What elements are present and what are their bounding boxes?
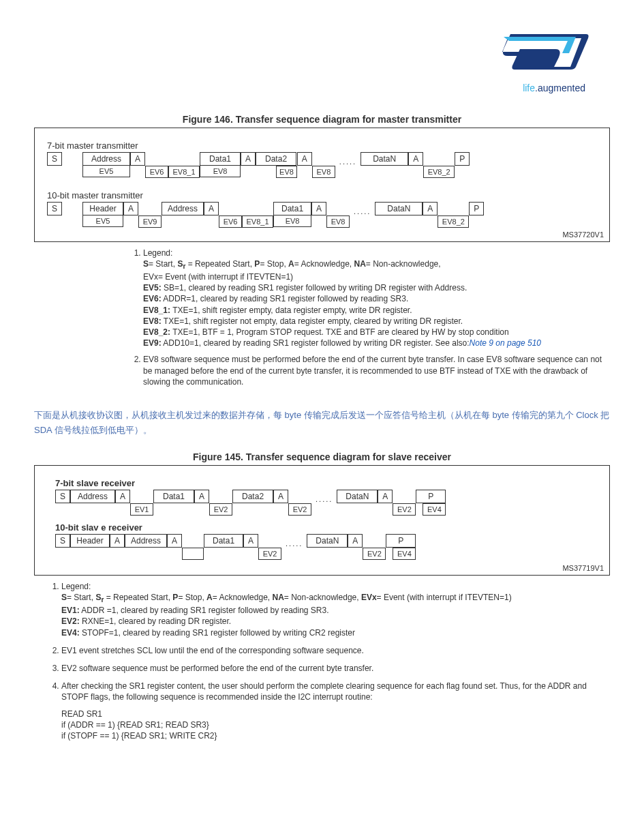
figure-145-title: Figure 145. Transfer sequence diagram fo… bbox=[34, 451, 610, 462]
fig145-label-7bit: 7-bit slave receiver bbox=[55, 478, 589, 488]
note-146-1: Legend: S= Start, Sr = Repeated Start, P… bbox=[143, 248, 610, 348]
fig145-label-10bit: 10-bit slav e receiver bbox=[55, 522, 589, 533]
st-logo-block: life.augmented bbox=[34, 27, 589, 93]
st-logo-icon bbox=[474, 27, 589, 84]
figure-145-notes: Legend: S= Start, Sr = Repeated Start, P… bbox=[48, 581, 610, 741]
note-145-2: EV1 event stretches SCL low until the en… bbox=[61, 645, 610, 656]
note-146-2: EV8 software sequence must be performed … bbox=[143, 354, 610, 387]
note-9-link[interactable]: Note 9 on page 510 bbox=[470, 338, 541, 348]
fig145-7bit-row: S Address A EV1 Data1 A EV2 Data2 A EV2 … bbox=[55, 490, 589, 516]
fig146-7bit-row: S AddressEV5 A EV6 EV8_1 Data1EV8 A Data… bbox=[47, 152, 597, 178]
figure-146-title: Figure 146. Transfer sequence diagram fo… bbox=[34, 114, 610, 125]
fig145-10bit-row: S Header A Address A Data1 A EV2 ..... D… bbox=[55, 534, 589, 560]
note-145-1: Legend: S= Start, Sr = Repeated Start, P… bbox=[61, 581, 610, 638]
fig145-code: MS37719V1 bbox=[562, 564, 604, 572]
chinese-paragraph: 下面是从机接收协议图，从机接收主机发过来的数据并存储，每 byte 传输完成后发… bbox=[34, 408, 610, 438]
fig146-code: MS37720V1 bbox=[562, 230, 604, 239]
figure-146-notes: Legend: S= Start, Sr = Repeated Start, P… bbox=[61, 248, 610, 387]
fig146-label-7bit: 7-bit master transmitter bbox=[47, 140, 597, 151]
logo-tagline: life.augmented bbox=[34, 83, 585, 93]
note-145-3: EV2 software sequence must be performed … bbox=[61, 663, 610, 674]
fig146-label-10bit: 10-bit master transmitter bbox=[47, 190, 597, 200]
figure-145-box: 7-bit slave receiver S Address A EV1 Dat… bbox=[34, 465, 610, 576]
figure-146-box: 7-bit master transmitter S AddressEV5 A … bbox=[34, 128, 610, 242]
note-145-4: After checking the SR1 register content,… bbox=[61, 681, 610, 741]
fig146-10bit-row: S HeaderEV5 A EV9 Address A EV6 EV8_1 Da… bbox=[47, 202, 597, 228]
